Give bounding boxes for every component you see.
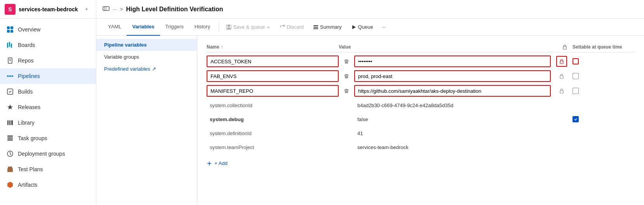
sidebar-item-label-boards: Boards — [18, 42, 35, 48]
variables-area: Name ↑ Value Settable at queue time — [197, 36, 644, 205]
var-delete-button-manifest-repo[interactable] — [342, 86, 351, 96]
var-name-text-collectionid: system.collectionId — [207, 101, 256, 110]
svg-rect-28 — [313, 25, 318, 26]
breadcrumb-chevron: > — [120, 6, 123, 12]
var-value-cell-collectionid: b4ad2b30-c669-4749-9c24-e42a8da5d35d — [354, 102, 551, 108]
svg-rect-35 — [560, 90, 563, 93]
predefined-variables-link[interactable]: Predefined variables ↗ — [96, 63, 197, 75]
var-settable-checkbox-fab-envs[interactable] — [573, 73, 579, 79]
var-value-input-manifest-repo[interactable] — [354, 85, 551, 97]
sidebar-item-label-pipelines: Pipelines — [18, 73, 40, 79]
var-value-cell-debug: false — [354, 116, 551, 122]
save-queue-button[interactable]: Save & queue — [222, 23, 274, 31]
sidebar-item-pipelines[interactable]: Pipelines — [0, 68, 96, 84]
table-row: system.debug false — [207, 112, 635, 126]
header-more-button[interactable]: ··· — [113, 6, 117, 12]
more-actions-button[interactable]: ··· — [379, 23, 389, 31]
queue-label: Queue — [358, 24, 373, 30]
repos-icon — [6, 57, 14, 64]
svg-rect-3 — [10, 30, 13, 33]
sidebar-item-artifacts[interactable]: Artifacts — [0, 177, 96, 193]
sidebar-item-builds[interactable]: Builds — [0, 84, 96, 99]
variable-groups-item[interactable]: Variable groups — [96, 51, 197, 63]
var-lock-button-access-token[interactable] — [556, 56, 567, 67]
var-name-cell-manifest-repo — [207, 85, 339, 97]
svg-rect-26 — [228, 25, 230, 27]
org-icon: S — [5, 4, 16, 15]
summary-button[interactable]: Summary — [309, 23, 346, 31]
var-lock-button-manifest-repo[interactable] — [556, 85, 567, 96]
svg-rect-1 — [10, 26, 13, 29]
sidebar-item-label-releases: Releases — [18, 104, 40, 110]
summary-label: Summary — [320, 24, 342, 30]
svg-rect-30 — [313, 28, 318, 29]
var-name-cell-debug: system.debug — [207, 116, 339, 122]
var-name-cell-definitionid: system.definitionId — [207, 130, 339, 136]
svg-rect-27 — [227, 28, 230, 29]
sidebar-item-deploygroups[interactable]: Deployment groups — [0, 146, 96, 162]
svg-rect-19 — [7, 137, 13, 139]
pipeline-variables-item[interactable]: Pipeline variables — [96, 39, 197, 51]
var-value-input-access-token[interactable] — [354, 56, 551, 67]
tab-history[interactable]: History — [189, 19, 216, 36]
sidebar-nav: Overview Boards Repos Pipelines — [0, 19, 96, 205]
table-row: system.teamProject services-team-bedrock — [207, 140, 635, 154]
table-row: system.collectionId b4ad2b30-c669-4749-9… — [207, 98, 635, 112]
testplans-icon — [6, 165, 14, 173]
predefined-variables-icon: ↗ — [152, 66, 156, 72]
var-name-input-fab-envs[interactable] — [207, 70, 339, 82]
discard-button[interactable]: Discard — [276, 23, 308, 31]
var-settable-checkbox-access-token[interactable] — [573, 58, 579, 64]
taskgroups-icon — [6, 134, 14, 142]
boards-icon — [6, 41, 14, 49]
var-value-cell-teamproject: services-team-bedrock — [354, 144, 551, 150]
svg-marker-31 — [352, 25, 356, 29]
var-name-input-manifest-repo[interactable] — [207, 85, 339, 97]
var-name-cell-collectionid: system.collectionId — [207, 102, 339, 108]
svg-rect-18 — [7, 136, 13, 137]
library-icon — [6, 119, 14, 127]
var-value-input-fab-envs[interactable] — [354, 70, 551, 82]
tab-yaml[interactable]: YAML — [103, 19, 127, 36]
overview-icon — [6, 26, 14, 33]
tabs-bar: YAML Variables Triggers History Save & q… — [96, 19, 644, 36]
col-lock-header — [557, 44, 573, 50]
content-area: Pipeline variables Variable groups Prede… — [96, 36, 644, 205]
toolbar-actions: Save & queue Discard Summary Queue ··· — [222, 23, 389, 31]
var-value-text-teamproject: services-team-bedrock — [354, 143, 412, 152]
sidebar-item-label-repos: Repos — [18, 57, 33, 64]
tab-variables[interactable]: Variables — [127, 19, 160, 36]
var-delete-button-fab-envs[interactable] — [342, 71, 351, 81]
sidebar-item-library[interactable]: Library — [0, 115, 96, 130]
col-settable-label: Settable at queue time — [573, 44, 635, 50]
var-value-text-debug: false — [354, 115, 371, 124]
predefined-variables-label: Predefined variables — [104, 66, 150, 72]
sidebar-item-releases[interactable]: Releases — [0, 99, 96, 115]
sidebar-item-boards[interactable]: Boards — [0, 37, 96, 53]
col-value-label: Value — [339, 44, 557, 50]
tab-triggers[interactable]: Triggers — [160, 19, 189, 36]
pipeline-icon — [103, 5, 110, 13]
pipelines-icon — [6, 72, 14, 80]
sidebar-item-repos[interactable]: Repos — [0, 53, 96, 68]
var-settable-checkbox-manifest-repo[interactable] — [573, 88, 579, 94]
var-value-cell-access-token — [354, 56, 551, 67]
add-project-button[interactable]: + — [82, 5, 91, 14]
var-settable-checkbox-debug[interactable] — [573, 116, 579, 122]
left-panel: Pipeline variables Variable groups Prede… — [96, 36, 197, 205]
sidebar-item-label-library: Library — [18, 120, 35, 126]
sidebar-item-label-builds: Builds — [18, 89, 33, 95]
queue-button[interactable]: Queue — [347, 23, 377, 31]
add-variable-button[interactable]: + Add — [207, 159, 635, 168]
svg-point-9 — [7, 75, 9, 77]
svg-point-11 — [12, 75, 13, 77]
var-name-text-debug: system.debug — [207, 115, 247, 124]
var-name-input-access-token[interactable] — [207, 56, 339, 67]
sidebar-item-taskgroups[interactable]: Task groups — [0, 130, 96, 146]
sidebar-item-overview[interactable]: Overview — [0, 22, 96, 37]
sidebar-item-label-artifacts: Artifacts — [18, 182, 38, 188]
var-delete-button-access-token[interactable] — [342, 57, 351, 66]
sidebar-item-testplans[interactable]: Test Plans — [0, 162, 96, 177]
var-lock-button-fab-envs[interactable] — [556, 71, 567, 82]
var-lock-cell-access-token — [554, 56, 569, 67]
